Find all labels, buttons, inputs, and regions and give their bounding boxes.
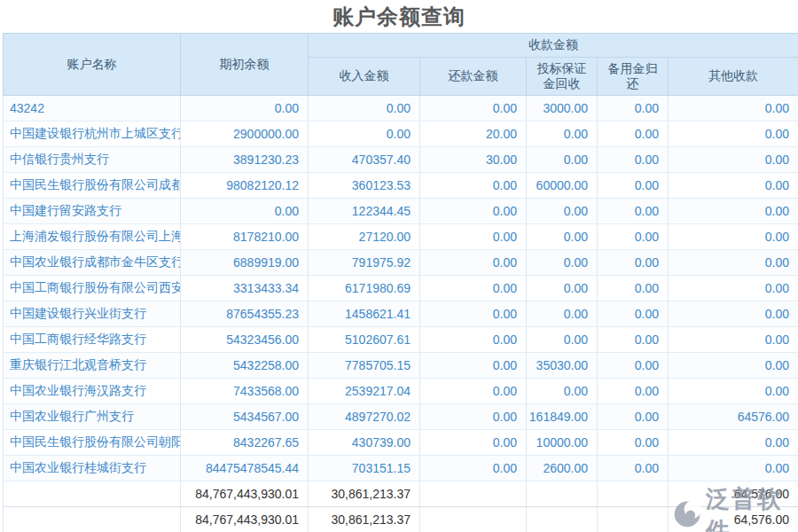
- table-row: 中国工商银行经华路支行54323456.005102607.610.000.00…: [4, 327, 798, 353]
- amount-cell: 0.00: [420, 379, 527, 404]
- amount-cell: 5432258.00: [181, 353, 309, 379]
- amount-cell: 0.00: [527, 276, 598, 301]
- account-name-cell[interactable]: 中国工商银行经华路支行: [4, 327, 181, 353]
- amount-cell: 0.00: [420, 353, 527, 379]
- account-name-cell[interactable]: 中国建设银行杭州市上城区支行: [4, 121, 181, 147]
- amount-cell: 4897270.02: [309, 404, 420, 430]
- account-balance-query-page: 账户余额查询 账户名称 期初余额 收款金额 收入金额 还款金额 投标保证金回收 …: [0, 0, 798, 532]
- amount-cell: 0.00: [669, 250, 798, 276]
- table-row: 中国农业银行广州支行5434567.004897270.020.00161849…: [4, 404, 798, 430]
- amount-cell: 0.00: [181, 199, 309, 224]
- amount-cell: 0.00: [598, 147, 669, 173]
- amount-cell: 0.00: [527, 301, 598, 327]
- amount-cell: 0.00: [598, 379, 669, 404]
- col-header-receipt-group: 收款金额: [309, 34, 798, 58]
- amount-cell: 98082120.12: [181, 173, 309, 199]
- amount-cell: 0.00: [420, 199, 527, 224]
- account-name-cell[interactable]: 上海浦发银行股份有限公司上海支行: [4, 224, 181, 250]
- amount-cell: 0.00: [598, 301, 669, 327]
- amount-cell: 0.00: [598, 250, 669, 276]
- table-row: 中国民生银行股份有限公司朝阳支行8432267.65430739.000.001…: [4, 430, 798, 456]
- table-row: 中国民生银行股份有限公司成都隆98082120.12360123.530.006…: [4, 173, 798, 199]
- amount-cell: 20.00: [420, 121, 527, 147]
- amount-cell: 791975.92: [309, 250, 420, 276]
- amount-cell: 0.00: [527, 121, 598, 147]
- amount-cell: 27120.00: [309, 224, 420, 250]
- account-name-cell: [4, 481, 181, 507]
- amount-cell: 0.00: [669, 121, 798, 147]
- amount-cell: 30,861,213.37: [309, 481, 420, 507]
- amount-cell: 0.00: [669, 199, 798, 224]
- amount-cell: 2900000.00: [181, 121, 309, 147]
- account-name-cell[interactable]: 中国农业银行桂城街支行: [4, 456, 181, 481]
- amount-cell: 7433568.00: [181, 379, 309, 404]
- amount-cell: 360123.53: [309, 173, 420, 199]
- account-name-cell[interactable]: 中国民生银行股份有限公司朝阳支行: [4, 430, 181, 456]
- account-name-cell[interactable]: 中信银行贵州支行: [4, 147, 181, 173]
- amount-cell: 3000.00: [527, 96, 598, 121]
- amount-cell: 84475478545.44: [181, 456, 309, 481]
- account-name-cell[interactable]: 重庆银行江北观音桥支行: [4, 353, 181, 379]
- amount-cell: 0.00: [598, 96, 669, 121]
- amount-cell: 0.00: [527, 250, 598, 276]
- table-row: 中国建设银行杭州市上城区支行2900000.000.0020.000.000.0…: [4, 121, 798, 147]
- amount-cell: 84,767,443,930.01: [181, 507, 309, 532]
- amount-cell: [527, 481, 598, 507]
- col-header-income: 收入金额: [309, 58, 420, 96]
- amount-cell: 30.00: [420, 147, 527, 173]
- amount-cell: 1458621.41: [309, 301, 420, 327]
- amount-cell: [420, 507, 527, 532]
- amount-cell: 0.00: [309, 121, 420, 147]
- account-name-cell[interactable]: 中国农业银行广州支行: [4, 404, 181, 430]
- table-body: 432420.000.000.003000.000.000.00中国建设银行杭州…: [4, 96, 798, 532]
- account-name-cell[interactable]: 中国农业银行海汉路支行: [4, 379, 181, 404]
- col-header-opening-balance: 期初余额: [181, 34, 309, 96]
- amount-cell: 0.00: [420, 173, 527, 199]
- account-name-cell[interactable]: 中国农业银行成都市金牛区支行: [4, 250, 181, 276]
- amount-cell: 6171980.69: [309, 276, 420, 301]
- balance-table: 账户名称 期初余额 收款金额 收入金额 还款金额 投标保证金回收 备用金归还 其…: [3, 33, 798, 532]
- account-name-cell[interactable]: 中国建设银行兴业街支行: [4, 301, 181, 327]
- amount-cell: 0.00: [598, 404, 669, 430]
- amount-cell: 470357.40: [309, 147, 420, 173]
- amount-cell: 0.00: [669, 224, 798, 250]
- amount-cell: 122344.45: [309, 199, 420, 224]
- account-name-cell[interactable]: 中国工商银行股份有限公司西安区: [4, 276, 181, 301]
- amount-cell: 8178210.00: [181, 224, 309, 250]
- table-header: 账户名称 期初余额 收款金额 收入金额 还款金额 投标保证金回收 备用金归还 其…: [4, 34, 798, 96]
- amount-cell: 0.00: [420, 404, 527, 430]
- table-row: 中信银行贵州支行3891230.23470357.4030.000.000.00…: [4, 147, 798, 173]
- account-name-cell[interactable]: 中国民生银行股份有限公司成都隆: [4, 173, 181, 199]
- amount-cell: 64,576.00: [669, 507, 798, 532]
- amount-cell: 0.00: [420, 327, 527, 353]
- amount-cell: 0.00: [669, 96, 798, 121]
- amount-cell: 0.00: [598, 276, 669, 301]
- amount-cell: 0.00: [420, 224, 527, 250]
- table-row: 中国农业银行海汉路支行7433568.002539217.040.000.000…: [4, 379, 798, 404]
- amount-cell: 2600.00: [527, 456, 598, 481]
- amount-cell: 0.00: [527, 379, 598, 404]
- amount-cell: 0.00: [420, 96, 527, 121]
- amount-cell: 0.00: [669, 327, 798, 353]
- amount-cell: 0.00: [598, 173, 669, 199]
- amount-cell: 0.00: [420, 430, 527, 456]
- amount-cell: 54323456.00: [181, 327, 309, 353]
- amount-cell: 0.00: [309, 96, 420, 121]
- amount-cell: 430739.00: [309, 430, 420, 456]
- table-row: 中国建设银行兴业街支行87654355.231458621.410.000.00…: [4, 301, 798, 327]
- account-name-cell[interactable]: 中国建行留安路支行: [4, 199, 181, 224]
- amount-cell: 3891230.23: [181, 147, 309, 173]
- amount-cell: 0.00: [598, 224, 669, 250]
- col-header-account-name: 账户名称: [4, 34, 181, 96]
- amount-cell: 10000.00: [527, 430, 598, 456]
- account-name-cell[interactable]: 43242: [4, 96, 181, 121]
- amount-cell: 0.00: [527, 224, 598, 250]
- amount-cell: 0.00: [420, 301, 527, 327]
- table-row: 中国农业银行成都市金牛区支行6889919.00791975.920.000.0…: [4, 250, 798, 276]
- amount-cell: 64,576.00: [669, 481, 798, 507]
- amount-cell: 161849.00: [527, 404, 598, 430]
- amount-cell: 6889919.00: [181, 250, 309, 276]
- amount-cell: 5434567.00: [181, 404, 309, 430]
- amount-cell: 64576.00: [669, 404, 798, 430]
- col-header-other-receipts: 其他收款: [669, 58, 798, 96]
